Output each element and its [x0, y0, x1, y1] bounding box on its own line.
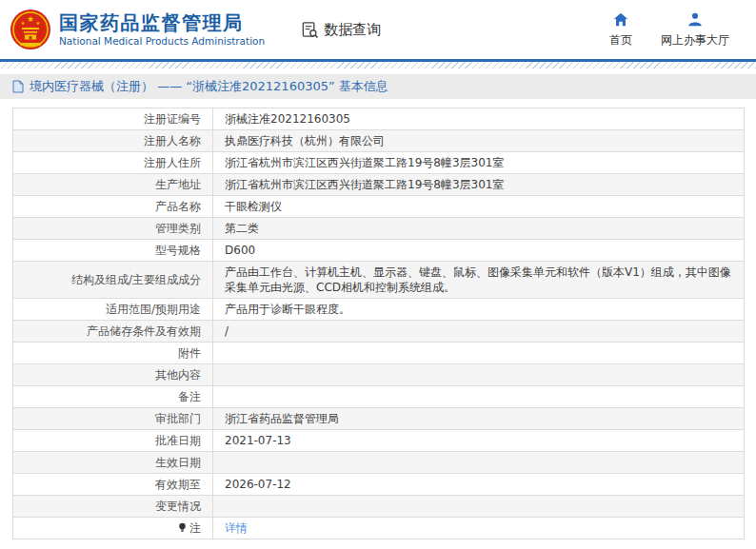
details-link[interactable]: 详情: [225, 521, 248, 535]
row-value: 产品用于诊断干眼程度。: [213, 299, 745, 321]
user-icon: [686, 11, 704, 29]
note-label: 注: [189, 521, 201, 535]
svg-text:★: ★: [21, 20, 26, 26]
table-row: 注 详情: [13, 518, 745, 539]
row-value: 2026-07-12: [213, 474, 745, 496]
table-row: 备注: [13, 386, 745, 408]
nav-home[interactable]: 首页: [609, 11, 632, 49]
nav-service-hall-label: 网上办事大厅: [661, 32, 729, 49]
row-label: 变更情况: [13, 496, 213, 518]
row-value: [213, 452, 745, 474]
home-icon: [612, 11, 629, 29]
row-label: 注册人住所: [13, 152, 213, 174]
row-label: 附件: [13, 343, 213, 364]
header-nav: 首页 网上办事大厅: [609, 11, 729, 49]
row-label: 产品名称: [13, 196, 213, 218]
data-query-label: 数据查询: [324, 21, 381, 39]
row-value: D600: [213, 240, 745, 262]
row-label: 结构及组成/主要组成成分: [13, 262, 213, 299]
row-value: 2021-07-13: [213, 430, 745, 452]
national-emblem-logo: ★ ★ ★: [10, 9, 51, 50]
row-label: 型号规格: [13, 240, 213, 262]
row-value: 浙械注准20212160305: [213, 108, 745, 130]
nav-service-hall[interactable]: 网上办事大厅: [661, 11, 729, 49]
row-label: 审批部门: [13, 408, 213, 430]
row-value: [213, 343, 745, 364]
row-value: /: [213, 321, 745, 343]
row-label: 生效日期: [13, 452, 213, 474]
table-row: 生效日期: [13, 452, 745, 474]
row-value: 第二类: [213, 218, 745, 240]
table-row: 型号规格 D600: [13, 240, 745, 262]
table-row: 其他内容: [13, 364, 745, 386]
row-value: [213, 386, 745, 408]
row-label: 注: [13, 518, 213, 539]
site-header: ★ ★ ★ 国家药品监督管理局 National Medical Product…: [0, 0, 756, 59]
row-value: 浙江省药品监督管理局: [213, 408, 745, 430]
table-row: 审批部门 浙江省药品监督管理局: [13, 408, 745, 430]
brand: ★ ★ ★ 国家药品监督管理局 National Medical Product…: [10, 9, 265, 50]
row-value: 执鼎医疗科技（杭州）有限公司: [213, 130, 745, 152]
table-row: 管理类别 第二类: [13, 218, 745, 240]
row-value: [213, 364, 745, 386]
data-query-icon: [301, 21, 319, 39]
table-row: 结构及组成/主要组成成分 产品由工作台、计算机主机、显示器、键盘、鼠标、图像采集…: [13, 262, 745, 299]
row-label: 注册人名称: [13, 130, 213, 152]
registration-info-table: 注册证编号 浙械注准20212160305 注册人名称 执鼎医疗科技（杭州）有限…: [12, 108, 745, 539]
table-row: 注册证编号 浙械注准20212160305: [13, 108, 745, 130]
row-label: 有效期至: [13, 474, 213, 496]
table-row: 附件: [13, 343, 745, 364]
svg-text:★: ★: [27, 14, 34, 24]
row-value: 浙江省杭州市滨江区西兴街道聚工路19号8幢3层301室: [213, 152, 745, 174]
page-title-bar: 境内医疗器械（注册） —— “浙械注准20212160305” 基本信息: [0, 74, 756, 99]
brand-text: 国家药品监督管理局 National Medical Products Admi…: [59, 12, 265, 47]
row-value: 详情: [213, 518, 745, 539]
header-hatch-strip: [0, 62, 756, 69]
table-row: 批准日期 2021-07-13: [13, 430, 745, 452]
row-label: 生产地址: [13, 174, 213, 196]
table-row: 产品名称 干眼检测仪: [13, 196, 745, 218]
org-name-cn: 国家药品监督管理局: [59, 12, 265, 33]
page-title: 境内医疗器械（注册） —— “浙械注准20212160305” 基本信息: [30, 78, 388, 95]
data-query-section[interactable]: 数据查询: [301, 21, 381, 39]
table-row: 注册人名称 执鼎医疗科技（杭州）有限公司: [13, 130, 745, 152]
table-row: 变更情况: [13, 496, 745, 518]
row-label: 批准日期: [13, 430, 213, 452]
table-row: 适用范围/预期用途 产品用于诊断干眼程度。: [13, 299, 745, 321]
row-label: 其他内容: [13, 364, 213, 386]
table-row: 有效期至 2026-07-12: [13, 474, 745, 496]
row-value: [213, 496, 745, 518]
row-label: 注册证编号: [13, 108, 213, 130]
table-row: 生产地址 浙江省杭州市滨江区西兴街道聚工路19号8幢3层301室: [13, 174, 745, 196]
svg-text:★: ★: [36, 20, 41, 26]
table-row: 注册人住所 浙江省杭州市滨江区西兴街道聚工路19号8幢3层301室: [13, 152, 745, 174]
row-label: 管理类别: [13, 218, 213, 240]
row-value: 干眼检测仪: [213, 196, 745, 218]
lightbulb-icon: [178, 522, 187, 533]
row-label: 备注: [13, 386, 213, 408]
row-value: 浙江省杭州市滨江区西兴街道聚工路19号8幢3层301室: [213, 174, 745, 196]
org-name-en: National Medical Products Administration: [59, 35, 265, 47]
table-row: 产品储存条件及有效期 /: [13, 321, 745, 343]
row-label: 产品储存条件及有效期: [13, 321, 213, 343]
row-value: 产品由工作台、计算机主机、显示器、键盘、鼠标、图像采集单元和软件（版本V1）组成…: [213, 262, 745, 299]
document-icon: [12, 80, 24, 93]
nav-home-label: 首页: [609, 32, 632, 49]
row-label: 适用范围/预期用途: [13, 299, 213, 321]
